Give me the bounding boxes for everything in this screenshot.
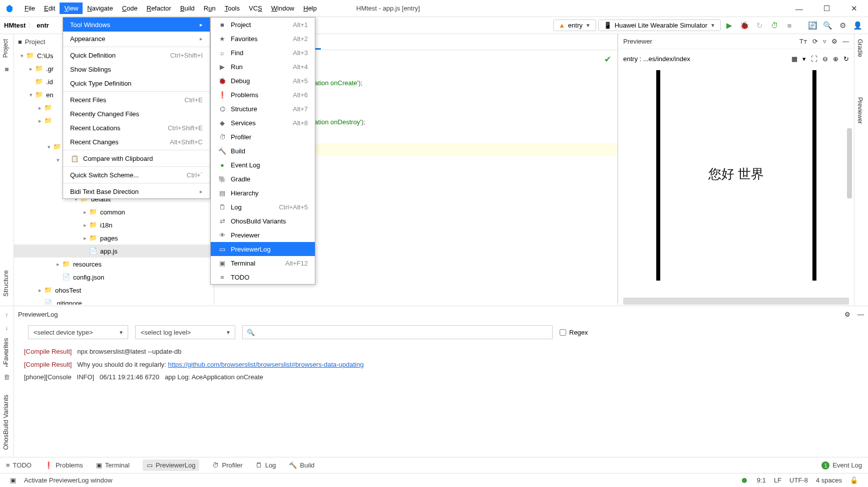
window-minimize[interactable]: ―: [785, 0, 813, 17]
menu-navigate[interactable]: Navigate: [83, 3, 117, 14]
tw-find[interactable]: ⌕FindAlt+3: [211, 46, 315, 60]
trash-icon[interactable]: 🗑: [4, 373, 10, 381]
tw-previewerlog[interactable]: ▭PreviewerLog: [211, 242, 315, 256]
tree-item[interactable]: ▸📁common: [14, 205, 214, 218]
menu-quick-definition[interactable]: Quick DefinitionCtrl+Shift+I: [63, 48, 210, 62]
status-indent[interactable]: 4 spaces: [816, 476, 842, 484]
menu-tools[interactable]: Tools: [220, 3, 244, 14]
scrollbar-vertical[interactable]: [847, 128, 852, 198]
fullscreen-icon[interactable]: ⛶: [811, 55, 817, 63]
tw-previewer[interactable]: 👁Previewer: [211, 228, 315, 242]
menu-recent-files[interactable]: Recent FilesCtrl+E: [63, 93, 210, 107]
tw-problems[interactable]: ❗ProblemsAlt+6: [211, 88, 315, 102]
log-output[interactable]: [Compile Result] npx browserslist@latest…: [14, 342, 868, 456]
zoom-in-icon[interactable]: ⊕: [833, 55, 838, 63]
menu-bidi[interactable]: Bidi Text Base Direction▸: [63, 184, 210, 198]
tw-profiler[interactable]: ⏱Profiler: [211, 130, 315, 144]
tw-gradle[interactable]: 🐘Gradle: [211, 172, 315, 186]
tw-debug[interactable]: 🐞DebugAlt+5: [211, 74, 315, 88]
menu-help[interactable]: Help: [299, 3, 321, 14]
status-enc[interactable]: UTF-8: [789, 476, 808, 484]
bb-event-log[interactable]: 1Event Log: [821, 461, 862, 469]
menu-tool-windows[interactable]: Tool Windows▸: [63, 18, 210, 32]
bb-terminal[interactable]: ▣Terminal: [96, 461, 130, 469]
search-everywhere[interactable]: 🔍: [821, 19, 834, 32]
tw-services[interactable]: ◆ServicesAlt+8: [211, 116, 315, 130]
menu-file[interactable]: FFileile: [20, 3, 40, 14]
menu-show-siblings[interactable]: Show Siblings: [63, 62, 210, 76]
run-config-selector[interactable]: ▲ entry ▼: [553, 20, 596, 31]
tw-terminal[interactable]: ▣TerminalAlt+F12: [211, 256, 315, 270]
tw-hierarchy[interactable]: ▤Hierarchy: [211, 186, 315, 200]
menu-appearance[interactable]: Appearance▸: [63, 32, 210, 46]
text-icon[interactable]: Tᴛ: [799, 38, 807, 45]
minimize-icon[interactable]: ―: [857, 311, 864, 318]
grid-icon[interactable]: ▦: [791, 55, 797, 63]
tree-item[interactable]: 📄config.json: [14, 271, 214, 284]
menu-run[interactable]: Run: [199, 3, 220, 14]
zoom-out-icon[interactable]: ⊖: [822, 55, 828, 63]
sync-button[interactable]: 🔄: [806, 19, 819, 32]
gear-icon[interactable]: ⚙: [831, 38, 837, 45]
up-icon[interactable]: ↑: [5, 311, 9, 319]
tw-favorites[interactable]: ★FavoritesAlt+2: [211, 32, 315, 46]
tw-build[interactable]: 🔨Build: [211, 144, 315, 158]
tree-item[interactable]: ▸📁ohosTest: [14, 284, 214, 297]
tree-item[interactable]: ▸📁resources: [14, 258, 214, 271]
rail-project[interactable]: Project: [0, 34, 11, 63]
bb-previewer-log[interactable]: ▭PreviewerLog: [143, 459, 200, 471]
filter-icon[interactable]: ▿: [823, 38, 826, 45]
gear-icon[interactable]: ⚙: [844, 311, 850, 318]
tree-item[interactable]: 📄.gitignore: [14, 297, 214, 305]
rail-structure[interactable]: Structure: [0, 264, 12, 303]
menu-recent-locations[interactable]: Recent LocationsCtrl+Shift+E: [63, 121, 210, 135]
window-maximize[interactable]: ☐: [813, 0, 840, 17]
tree-item[interactable]: ▸📁i18n: [14, 218, 214, 231]
menu-quick-type-def[interactable]: Quick Type Definition: [63, 76, 210, 90]
bb-profiler[interactable]: ⏱Profiler: [212, 461, 242, 469]
menu-vcs[interactable]: VCS: [244, 3, 267, 14]
menu-window[interactable]: Window: [267, 3, 299, 14]
minimize-icon[interactable]: ―: [842, 38, 849, 45]
device-selector[interactable]: 📱 Huawei Lite Wearable Simulator ▼: [598, 20, 721, 31]
rail-previewer[interactable]: Previewer: [854, 92, 865, 129]
tw-todo[interactable]: ≡TODO: [211, 270, 315, 284]
profile-button[interactable]: ⏱: [768, 19, 781, 32]
tw-event-log[interactable]: ●Event Log: [211, 158, 315, 172]
menu-recently-changed[interactable]: Recently Changed Files: [63, 107, 210, 121]
bb-log[interactable]: 🗒Log: [256, 461, 276, 469]
account-button[interactable]: 👤: [851, 19, 864, 32]
down-icon[interactable]: ↓: [5, 324, 9, 331]
device-type-select[interactable]: <select device type>▼: [28, 325, 128, 339]
bb-todo[interactable]: ≡TODO: [6, 461, 32, 469]
settings-button[interactable]: ⚙: [836, 19, 849, 32]
tw-structure[interactable]: ⌬StructureAlt+7: [211, 102, 315, 116]
menu-quick-scheme[interactable]: Quick Switch Scheme...Ctrl+`: [63, 168, 210, 182]
menu-build[interactable]: Build: [176, 3, 199, 14]
debug-button[interactable]: 🐞: [738, 19, 751, 32]
tw-project[interactable]: ■ProjectAlt+1: [211, 18, 315, 32]
scrollbar-horizontal[interactable]: [623, 298, 849, 305]
coverage-button[interactable]: ↻: [753, 19, 766, 32]
menu-compare-clipboard[interactable]: 📋Compare with Clipboard: [63, 151, 210, 165]
refresh-icon[interactable]: ⟳: [812, 38, 818, 45]
menu-code[interactable]: Code: [118, 3, 142, 14]
wrap-icon[interactable]: ↲: [4, 348, 10, 356]
window-close[interactable]: ✕: [840, 0, 868, 17]
log-level-select[interactable]: <select log level>▼: [135, 325, 235, 339]
rotate-icon[interactable]: ↻: [843, 55, 849, 63]
status-pos[interactable]: 9:1: [757, 476, 766, 484]
tree-item[interactable]: ▸📁pages: [14, 231, 214, 245]
lock-icon[interactable]: 🔓: [850, 476, 858, 484]
log-search-input[interactable]: 🔍: [242, 325, 553, 339]
browserslist-link[interactable]: https://github.com/browserslist/browsers…: [168, 361, 364, 368]
bb-build[interactable]: 🔨Build: [289, 461, 314, 469]
menu-edit[interactable]: Edit: [40, 3, 60, 14]
chevron-down-icon[interactable]: ▾: [802, 55, 806, 63]
menu-view[interactable]: View: [60, 3, 83, 14]
breadcrumb[interactable]: HMtest 〉 entr: [4, 21, 49, 30]
menu-recent-changes[interactable]: Recent ChangesAlt+Shift+C: [63, 135, 210, 149]
regex-checkbox[interactable]: Regex: [560, 329, 588, 336]
crumb-root[interactable]: HMtest: [4, 22, 26, 29]
scroll-end-icon[interactable]: ⤓: [4, 361, 10, 368]
